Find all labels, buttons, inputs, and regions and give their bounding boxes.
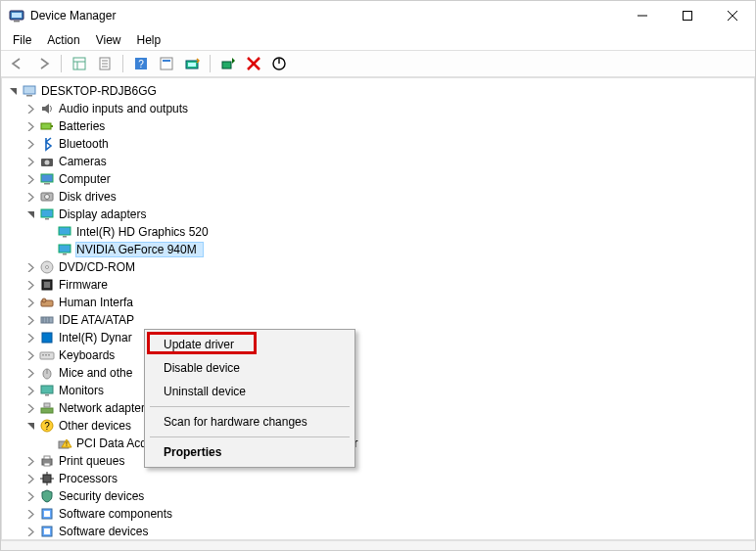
close-button[interactable] — [710, 1, 755, 30]
tree-category[interactable]: Audio inputs and outputs — [6, 100, 754, 117]
expand-collapse-icon[interactable] — [24, 525, 37, 538]
tree-category[interactable]: Display adapters — [6, 206, 754, 223]
disk-icon — [39, 189, 55, 205]
firmware-icon — [39, 277, 55, 293]
expand-collapse-icon[interactable] — [24, 278, 37, 292]
expand-collapse-icon[interactable] — [24, 419, 37, 433]
tree-category[interactable]: Monitors — [6, 382, 754, 399]
minimize-button[interactable] — [620, 1, 665, 30]
expand-collapse-icon[interactable] — [24, 489, 37, 503]
tree-item-label: Software components — [59, 507, 178, 521]
tree-category[interactable]: IDE ATA/ATAP — [6, 311, 754, 329]
expand-collapse-icon[interactable] — [24, 260, 37, 274]
expand-collapse-icon — [41, 225, 55, 239]
expand-collapse-icon[interactable] — [24, 207, 37, 221]
tree-category[interactable]: Cameras — [6, 153, 754, 170]
expand-collapse-icon[interactable] — [24, 190, 37, 204]
tree-category[interactable]: Keyboards — [6, 346, 754, 364]
svg-rect-17 — [163, 60, 170, 62]
tree-category[interactable]: Computer — [6, 170, 754, 188]
forward-button[interactable] — [32, 53, 54, 74]
action-button[interactable] — [156, 53, 177, 74]
expand-collapse-icon[interactable] — [6, 84, 20, 98]
expand-collapse-icon[interactable] — [24, 119, 37, 133]
tree-device[interactable]: Intel(R) HD Graphics 520 — [6, 223, 754, 241]
context-menu-props[interactable]: Properties — [148, 440, 352, 464]
maximize-button[interactable] — [665, 1, 710, 30]
tree-device[interactable]: !PCI Data Acquisition and Signal Process… — [6, 435, 754, 452]
expand-collapse-icon[interactable] — [24, 472, 37, 485]
expand-collapse-icon[interactable] — [24, 366, 37, 380]
tree-item-label: Intel(R) Dynar — [59, 331, 138, 344]
expand-collapse-icon[interactable] — [24, 313, 37, 327]
svg-rect-4 — [684, 12, 692, 21]
expand-collapse-icon[interactable] — [24, 296, 37, 309]
tree-device[interactable]: NVIDIA GeForce 940M — [6, 241, 754, 258]
intel-icon — [39, 330, 55, 345]
expand-collapse-icon[interactable] — [24, 331, 37, 344]
expand-collapse-icon[interactable] — [24, 401, 37, 415]
tree-category[interactable]: Security devices — [6, 487, 754, 505]
scan-hardware-button[interactable] — [217, 53, 239, 74]
context-menu-disable[interactable]: Disable device — [148, 356, 352, 380]
tree-category[interactable]: Software components — [6, 505, 754, 523]
tree-item-label: DVD/CD-ROM — [59, 260, 141, 274]
tree-root[interactable]: DESKTOP-RDJB6GG — [6, 82, 754, 100]
expand-collapse-icon[interactable] — [24, 507, 37, 521]
menu-action[interactable]: Action — [41, 31, 85, 49]
tree-category[interactable]: Disk drives — [6, 188, 754, 206]
tree-category[interactable]: Processors — [6, 470, 754, 487]
menubar: File Action View Help — [1, 30, 755, 50]
expand-collapse-icon[interactable] — [24, 102, 37, 115]
tree-category[interactable]: Intel(R) Dynar — [6, 329, 754, 346]
expand-collapse-icon[interactable] — [24, 137, 37, 151]
properties-button[interactable] — [94, 53, 116, 74]
tree-item-label: Monitors — [59, 384, 110, 397]
context-menu-separator — [150, 406, 350, 407]
tree-category[interactable]: DVD/CD-ROM — [6, 258, 754, 276]
menu-view[interactable]: View — [90, 31, 127, 49]
tree-item-label: Mice and othe — [59, 366, 138, 380]
tree-category[interactable]: Network adapters — [6, 399, 754, 417]
dvd-icon — [39, 259, 55, 275]
tree-item-label: IDE ATA/ATAP — [59, 313, 140, 327]
tree-category[interactable]: Human Interfa — [6, 294, 754, 311]
svg-rect-35 — [45, 218, 49, 220]
svg-rect-19 — [188, 63, 196, 67]
computer-root-icon — [22, 83, 37, 99]
tree-category[interactable]: Batteries — [6, 117, 754, 135]
help-button[interactable]: ? — [130, 53, 152, 74]
disable-button[interactable] — [268, 53, 290, 74]
expand-collapse-icon[interactable] — [24, 384, 37, 397]
show-hide-tree-button[interactable] — [69, 53, 90, 74]
expand-collapse-icon[interactable] — [24, 155, 37, 168]
tree-item-label: Processors — [59, 472, 123, 485]
device-tree[interactable]: DESKTOP-RDJB6GGAudio inputs and outputsB… — [1, 77, 755, 540]
tree-item-label: Batteries — [59, 119, 111, 133]
expand-collapse-icon[interactable] — [24, 454, 37, 468]
tree-item-label: Security devices — [59, 489, 150, 503]
tree-category[interactable]: ?Other devices — [6, 417, 754, 435]
context-menu-update[interactable]: Update driver — [148, 333, 352, 356]
tree-item-label: Firmware — [59, 278, 114, 292]
expand-collapse-icon[interactable] — [24, 348, 37, 362]
svg-point-45 — [42, 298, 46, 302]
tree-category[interactable]: Software devices — [6, 523, 754, 540]
menu-help[interactable]: Help — [131, 31, 167, 49]
context-menu-scan[interactable]: Scan for hardware changes — [148, 410, 352, 434]
tree-category[interactable]: Mice and othe — [6, 364, 754, 382]
back-button[interactable] — [7, 53, 28, 74]
menu-file[interactable]: File — [7, 31, 37, 49]
uninstall-button[interactable] — [243, 53, 264, 74]
svg-rect-20 — [222, 62, 231, 69]
tree-category[interactable]: Bluetooth — [6, 135, 754, 153]
tree-category[interactable]: Firmware — [6, 276, 754, 294]
svg-rect-67 — [44, 463, 50, 466]
expand-collapse-icon[interactable] — [24, 172, 37, 186]
update-driver-button[interactable] — [181, 53, 203, 74]
toolbar-separator — [61, 55, 62, 72]
context-menu-uninstall[interactable]: Uninstall device — [148, 380, 352, 403]
bluetooth-icon — [39, 136, 55, 152]
svg-text:?: ? — [44, 421, 50, 432]
tree-category[interactable]: Print queues — [6, 452, 754, 470]
